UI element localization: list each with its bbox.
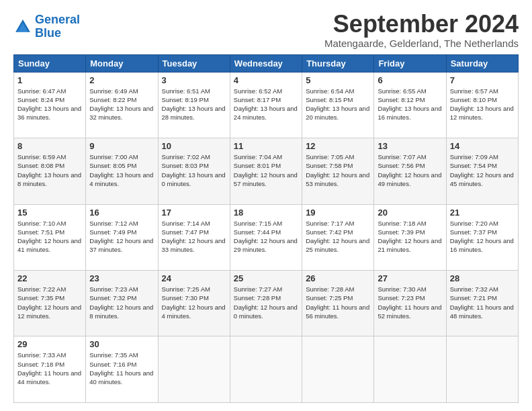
day-number: 1 (17, 75, 82, 85)
day-info: Sunrise: 6:47 AM Sunset: 8:24 PM Dayligh… (17, 87, 82, 122)
col-friday: Friday (374, 54, 446, 72)
table-row: 18 Sunrise: 7:15 AM Sunset: 7:44 PM Dayl… (230, 204, 302, 270)
table-row: 25 Sunrise: 7:27 AM Sunset: 7:28 PM Dayl… (230, 271, 302, 336)
table-row: 9 Sunrise: 7:00 AM Sunset: 8:05 PM Dayli… (86, 138, 158, 204)
table-row (446, 336, 518, 403)
day-number: 4 (234, 75, 298, 85)
table-row: 5 Sunrise: 6:54 AM Sunset: 8:15 PM Dayli… (302, 72, 374, 138)
table-row: 3 Sunrise: 6:51 AM Sunset: 8:19 PM Dayli… (158, 72, 230, 138)
weekday-row: Sunday Monday Tuesday Wednesday Thursday… (14, 54, 519, 72)
day-info: Sunrise: 7:09 AM Sunset: 7:54 PM Dayligh… (450, 152, 515, 188)
col-tuesday: Tuesday (158, 54, 230, 72)
day-number: 18 (234, 208, 298, 218)
table-row: 19 Sunrise: 7:17 AM Sunset: 7:42 PM Dayl… (302, 204, 374, 270)
table-row: 14 Sunrise: 7:09 AM Sunset: 7:54 PM Dayl… (446, 138, 518, 204)
logo-line2: Blue (35, 26, 61, 40)
day-info: Sunrise: 6:54 AM Sunset: 8:15 PM Dayligh… (306, 87, 370, 122)
day-number: 13 (378, 141, 442, 151)
day-info: Sunrise: 6:49 AM Sunset: 8:22 PM Dayligh… (89, 87, 154, 122)
day-info: Sunrise: 7:20 AM Sunset: 7:37 PM Dayligh… (450, 219, 515, 255)
table-row: 11 Sunrise: 7:04 AM Sunset: 8:01 PM Dayl… (230, 138, 302, 204)
day-info: Sunrise: 7:18 AM Sunset: 7:39 PM Dayligh… (378, 219, 442, 255)
calendar-table: Sunday Monday Tuesday Wednesday Thursday… (13, 54, 519, 403)
col-thursday: Thursday (302, 54, 374, 72)
calendar-week-5: 29 Sunrise: 7:33 AM Sunset: 7:18 PM Dayl… (14, 336, 519, 403)
day-number: 15 (17, 208, 82, 218)
table-row: 28 Sunrise: 7:32 AM Sunset: 7:21 PM Dayl… (446, 271, 518, 336)
header: General Blue September 2024 Matengaarde,… (13, 11, 519, 49)
day-info: Sunrise: 7:23 AM Sunset: 7:32 PM Dayligh… (89, 285, 154, 320)
day-info: Sunrise: 7:15 AM Sunset: 7:44 PM Dayligh… (234, 219, 298, 255)
col-sunday: Sunday (14, 54, 86, 72)
day-info: Sunrise: 7:04 AM Sunset: 8:01 PM Dayligh… (234, 152, 298, 188)
day-number: 21 (450, 208, 515, 218)
day-info: Sunrise: 7:10 AM Sunset: 7:51 PM Dayligh… (17, 219, 82, 255)
table-row: 8 Sunrise: 6:59 AM Sunset: 8:08 PM Dayli… (14, 138, 86, 204)
table-row (158, 336, 230, 403)
location-title: Matengaarde, Gelderland, The Netherlands (324, 38, 519, 49)
table-row: 23 Sunrise: 7:23 AM Sunset: 7:32 PM Dayl… (86, 271, 158, 336)
day-info: Sunrise: 7:05 AM Sunset: 7:58 PM Dayligh… (306, 152, 370, 188)
day-info: Sunrise: 7:25 AM Sunset: 7:30 PM Dayligh… (162, 285, 226, 320)
day-number: 9 (89, 141, 154, 151)
table-row: 1 Sunrise: 6:47 AM Sunset: 8:24 PM Dayli… (14, 72, 86, 138)
calendar-week-3: 15 Sunrise: 7:10 AM Sunset: 7:51 PM Dayl… (14, 204, 519, 270)
title-block: September 2024 Matengaarde, Gelderland, … (324, 11, 519, 49)
table-row (374, 336, 446, 403)
day-info: Sunrise: 7:27 AM Sunset: 7:28 PM Dayligh… (234, 285, 298, 320)
day-number: 11 (234, 141, 298, 151)
table-row: 22 Sunrise: 7:22 AM Sunset: 7:35 PM Dayl… (14, 271, 86, 336)
calendar-week-1: 1 Sunrise: 6:47 AM Sunset: 8:24 PM Dayli… (14, 72, 519, 138)
day-number: 19 (306, 208, 370, 218)
day-number: 30 (89, 339, 154, 349)
day-number: 12 (306, 141, 370, 151)
col-saturday: Saturday (446, 54, 518, 72)
table-row: 13 Sunrise: 7:07 AM Sunset: 7:56 PM Dayl… (374, 138, 446, 204)
day-number: 23 (89, 273, 154, 283)
table-row: 17 Sunrise: 7:14 AM Sunset: 7:47 PM Dayl… (158, 204, 230, 270)
day-info: Sunrise: 7:02 AM Sunset: 8:03 PM Dayligh… (162, 152, 226, 188)
day-number: 6 (378, 75, 442, 85)
table-row: 30 Sunrise: 7:35 AM Sunset: 7:16 PM Dayl… (86, 336, 158, 403)
day-number: 29 (17, 339, 82, 349)
calendar-body: 1 Sunrise: 6:47 AM Sunset: 8:24 PM Dayli… (14, 72, 519, 402)
table-row: 15 Sunrise: 7:10 AM Sunset: 7:51 PM Dayl… (14, 204, 86, 270)
day-number: 7 (450, 75, 515, 85)
logo-text: General Blue (35, 13, 80, 40)
table-row: 16 Sunrise: 7:12 AM Sunset: 7:49 PM Dayl… (86, 204, 158, 270)
table-row: 20 Sunrise: 7:18 AM Sunset: 7:39 PM Dayl… (374, 204, 446, 270)
col-wednesday: Wednesday (230, 54, 302, 72)
table-row (230, 336, 302, 403)
table-row: 24 Sunrise: 7:25 AM Sunset: 7:30 PM Dayl… (158, 271, 230, 336)
day-info: Sunrise: 7:33 AM Sunset: 7:18 PM Dayligh… (17, 351, 82, 386)
col-monday: Monday (86, 54, 158, 72)
day-info: Sunrise: 6:51 AM Sunset: 8:19 PM Dayligh… (162, 87, 226, 122)
day-number: 5 (306, 75, 370, 85)
day-info: Sunrise: 7:22 AM Sunset: 7:35 PM Dayligh… (17, 285, 82, 320)
day-info: Sunrise: 7:07 AM Sunset: 7:56 PM Dayligh… (378, 152, 442, 188)
day-number: 2 (89, 75, 154, 85)
table-row: 10 Sunrise: 7:02 AM Sunset: 8:03 PM Dayl… (158, 138, 230, 204)
logo-icon (13, 17, 32, 36)
day-info: Sunrise: 7:32 AM Sunset: 7:21 PM Dayligh… (450, 285, 515, 320)
table-row: 29 Sunrise: 7:33 AM Sunset: 7:18 PM Dayl… (14, 336, 86, 403)
calendar-week-2: 8 Sunrise: 6:59 AM Sunset: 8:08 PM Dayli… (14, 138, 519, 204)
day-info: Sunrise: 7:12 AM Sunset: 7:49 PM Dayligh… (89, 219, 154, 255)
day-number: 17 (162, 208, 226, 218)
logo-line1: General (35, 13, 80, 26)
day-info: Sunrise: 6:55 AM Sunset: 8:12 PM Dayligh… (378, 87, 442, 122)
day-number: 27 (378, 273, 442, 283)
day-number: 26 (306, 273, 370, 283)
day-number: 14 (450, 141, 515, 151)
table-row: 7 Sunrise: 6:57 AM Sunset: 8:10 PM Dayli… (446, 72, 518, 138)
day-info: Sunrise: 7:30 AM Sunset: 7:23 PM Dayligh… (378, 285, 442, 320)
table-row: 21 Sunrise: 7:20 AM Sunset: 7:37 PM Dayl… (446, 204, 518, 270)
table-row: 27 Sunrise: 7:30 AM Sunset: 7:23 PM Dayl… (374, 271, 446, 336)
calendar-header: Sunday Monday Tuesday Wednesday Thursday… (14, 54, 519, 72)
day-number: 22 (17, 273, 82, 283)
day-info: Sunrise: 7:17 AM Sunset: 7:42 PM Dayligh… (306, 219, 370, 255)
day-info: Sunrise: 7:00 AM Sunset: 8:05 PM Dayligh… (89, 152, 154, 188)
day-number: 10 (162, 141, 226, 151)
table-row: 2 Sunrise: 6:49 AM Sunset: 8:22 PM Dayli… (86, 72, 158, 138)
day-number: 28 (450, 273, 515, 283)
